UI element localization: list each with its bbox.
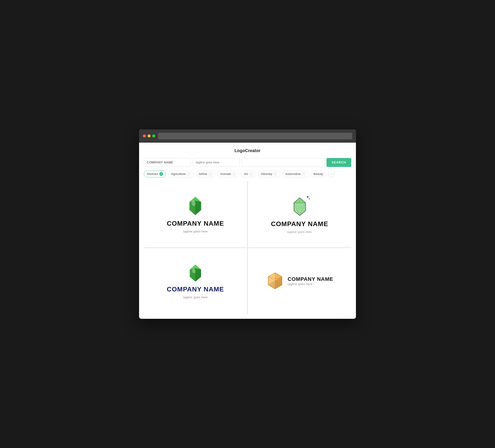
logo-card-2[interactable]: ✦ ✦ COMPANY NAME tagline goes here <box>248 181 351 247</box>
logo-card-1-inner: COMPANY NAME tagline goes here <box>167 195 224 233</box>
logo-grid: COMPANY NAME tagline goes here <box>144 181 351 314</box>
check-outline-airline: ✓ <box>208 172 212 176</box>
browser-chrome <box>139 129 356 143</box>
filter-chip-abstract[interactable]: Abstract ✓ <box>144 171 166 177</box>
logo-card-3[interactable]: COMPANY NAME tagline goes here <box>144 248 247 314</box>
filter-chip-art[interactable]: Art ✓ <box>241 171 256 177</box>
filter-chip-agriculture[interactable]: Agriculture ✓ <box>168 171 194 177</box>
check-outline-automotive: ✓ <box>302 172 305 176</box>
svg-marker-18 <box>195 268 201 281</box>
gem-icon-3 <box>187 263 203 283</box>
tagline-3: tagline goes here <box>183 295 208 299</box>
filter-next-button[interactable]: → <box>328 171 335 177</box>
tagline-4: tagline goes here <box>288 282 333 286</box>
check-icon-abstract: ✓ <box>159 172 163 176</box>
extra-search-input[interactable] <box>242 158 325 167</box>
company-name-3: COMPANY NAME <box>167 286 224 293</box>
app-body: LogoCreator SEARCH Abstract ✓ Agricultur… <box>139 143 356 319</box>
company-name-1: COMPANY NAME <box>167 220 224 227</box>
check-outline-art: ✓ <box>249 172 253 176</box>
company-name-2: COMPANY NAME <box>271 220 328 228</box>
maximize-button[interactable] <box>152 134 155 138</box>
filter-label: Abstract <box>147 172 158 176</box>
check-outline-agriculture: ✓ <box>187 172 191 176</box>
filter-bar: Abstract ✓ Agriculture ✓ Airline ✓ Anima… <box>144 171 351 177</box>
logo-card-2-inner: ✦ ✦ COMPANY NAME tagline goes here <box>271 194 328 234</box>
filter-label: Automotive <box>285 172 301 176</box>
search-button[interactable]: SEARCH <box>327 158 351 167</box>
address-bar[interactable] <box>158 133 352 139</box>
company-name-input[interactable] <box>144 158 191 167</box>
app-title: LogoCreator <box>144 148 351 153</box>
filter-label: Attorney <box>261 172 272 176</box>
gem-icon-1 <box>186 195 204 217</box>
filter-label: Art <box>244 172 248 176</box>
gem-icon-2 <box>291 197 309 217</box>
filter-chip-attorney[interactable]: Attorney ✓ <box>258 171 280 177</box>
filter-label: Beauty <box>314 172 323 176</box>
svg-marker-14 <box>294 198 305 203</box>
filter-chip-airline[interactable]: Airline ✓ <box>196 171 215 177</box>
logo-card-1[interactable]: COMPANY NAME tagline goes here <box>144 181 247 247</box>
filter-chip-automotive[interactable]: Automotive ✓ <box>282 171 309 177</box>
gem-icon-4 <box>266 272 284 290</box>
logo-card-3-inner: COMPANY NAME tagline goes here <box>167 263 224 299</box>
logo-card-4-inner: COMPANY NAME tagline goes here <box>266 272 333 290</box>
logo-card-4-text-group: COMPANY NAME tagline goes here <box>288 276 333 286</box>
company-name-4: COMPANY NAME <box>288 276 333 282</box>
tagline-input[interactable] <box>193 158 240 167</box>
filter-label: Airline <box>199 172 207 176</box>
filter-label: Animals <box>220 172 231 176</box>
logo-card-4[interactable]: COMPANY NAME tagline goes here <box>248 248 351 314</box>
filter-chip-animals[interactable]: Animals ✓ <box>217 171 239 177</box>
check-outline-animals: ✓ <box>232 172 236 176</box>
tagline-1: tagline goes here <box>183 230 208 233</box>
search-bar: SEARCH <box>144 158 351 167</box>
traffic-lights <box>143 134 155 138</box>
filter-chip-beauty[interactable]: Beauty <box>310 171 326 177</box>
close-button[interactable] <box>143 134 146 138</box>
minimize-button[interactable] <box>148 134 151 138</box>
browser-window: LogoCreator SEARCH Abstract ✓ Agricultur… <box>139 129 356 319</box>
check-outline-attorney: ✓ <box>274 172 277 176</box>
filter-label: Agriculture <box>171 172 186 176</box>
tagline-2: tagline goes here <box>287 230 312 234</box>
